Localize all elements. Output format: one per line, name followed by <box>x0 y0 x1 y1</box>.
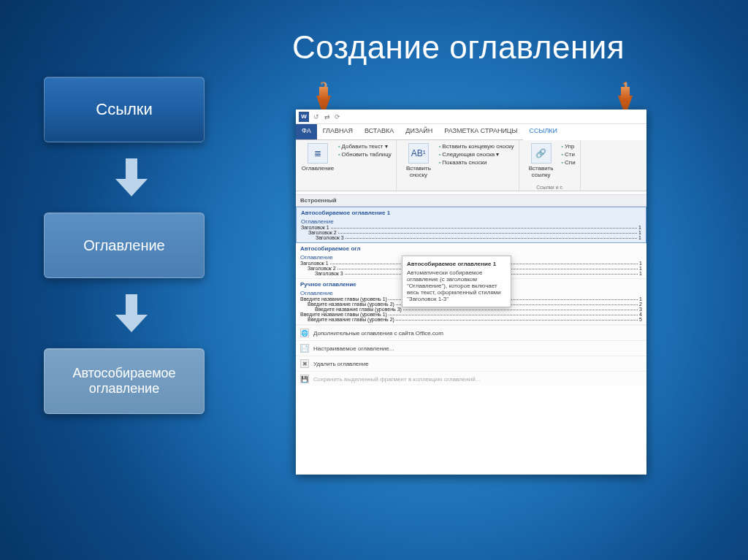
group-label-citations: Ссылки и с <box>519 185 580 190</box>
arrow-down-icon <box>115 158 148 196</box>
save-icon: 💾 <box>300 375 309 383</box>
word-titlebar: W ↺ ⇄ ⟳ <box>296 110 646 124</box>
flow-node-links: Ссылки <box>44 77 205 142</box>
word-screenshot: W ↺ ⇄ ⟳ ФА ГЛАВНАЯ ВСТАВКА ДИЗАЙН РАЗМЕТ… <box>296 110 646 475</box>
footnote-icon: AB¹ <box>408 143 429 164</box>
ribbon-tabs: ФА ГЛАВНАЯ ВСТАВКА ДИЗАЙН РАЗМЕТКА СТРАН… <box>296 124 646 140</box>
document-icon: 📄 <box>300 344 309 353</box>
gallery-item-title: Автособираемое огл <box>300 245 642 252</box>
tab-layout[interactable]: РАЗМЕТКА СТРАНИЦЫ <box>438 124 523 140</box>
delete-icon: ✖ <box>300 359 309 368</box>
gallery-more-office[interactable]: 🌐Дополнительные оглавления с сайта Offic… <box>296 325 646 340</box>
tab-insert[interactable]: ВСТАВКА <box>359 124 400 140</box>
ribbon: ≣ Оглавление Добавить текст ▾ Обновить т… <box>296 140 646 191</box>
toc-button-label: Оглавление <box>302 165 335 172</box>
insert-footnote-button[interactable]: AB¹ Вставить сноску <box>401 143 436 189</box>
quick-access-toolbar[interactable]: ↺ ⇄ ⟳ <box>313 113 342 120</box>
ribbon-group-toc: ≣ Оглавление Добавить текст ▾ Обновить т… <box>296 140 397 191</box>
word-icon: W <box>299 112 309 122</box>
tooltip-title: Автособираемое оглавление 1 <box>407 261 506 267</box>
gallery-header-builtin: Встроенный <box>296 194 646 207</box>
globe-icon: 🌐 <box>300 329 309 337</box>
insert-footnote-label: Вставить сноску <box>401 165 436 178</box>
insert-link-label: Вставить ссылку <box>524 165 559 178</box>
bibliography-button[interactable]: Спи <box>562 159 576 166</box>
manage-sources-button[interactable]: Упр <box>562 143 576 150</box>
flow-node-auto-toc: Автособираемое оглавление <box>44 348 205 414</box>
gallery-save-selection: 💾Сохранить выделенный фрагмент в коллекц… <box>296 371 646 386</box>
callout-1: 1 <box>614 79 637 112</box>
toc-icon: ≣ <box>308 143 328 164</box>
next-footnote-button[interactable]: Следующая сноска ▾ <box>439 151 514 158</box>
ribbon-group-citations: 🔗 Вставить ссылку Упр Сти Спи Ссылки и с <box>519 140 581 191</box>
tab-home[interactable]: ГЛАВНАЯ <box>317 124 359 140</box>
flow-node-toc: Оглавление <box>44 212 205 278</box>
gallery-remove-toc[interactable]: ✖Удалить оглавление <box>296 356 646 371</box>
update-table-button[interactable]: Обновить таблицу <box>338 151 392 158</box>
gallery-item-title: Автособираемое оглавление 1 <box>301 210 641 216</box>
tab-design[interactable]: ДИЗАЙН <box>400 124 438 140</box>
gallery-item-sublabel: Оглавление <box>301 218 641 225</box>
arrow-down-icon <box>115 294 148 332</box>
tooltip: Автособираемое оглавление 1 Автоматическ… <box>402 256 511 307</box>
show-footnotes-button[interactable]: Показать сноски <box>439 159 514 166</box>
gallery-item-auto1[interactable]: Автособираемое оглавление 1 Оглавление З… <box>296 207 646 243</box>
tab-references[interactable]: ССЫЛКИ <box>523 124 563 140</box>
insert-citation-button[interactable]: 🔗 Вставить ссылку <box>524 143 559 189</box>
link-icon: 🔗 <box>531 143 552 164</box>
slide-title: Создание оглавления <box>292 29 625 66</box>
smartart-flow: Ссылки Оглавление Автособираемое оглавле… <box>44 77 219 414</box>
add-text-button[interactable]: Добавить текст ▾ <box>338 143 392 150</box>
callout-2: 2 <box>312 79 335 112</box>
style-button[interactable]: Сти <box>562 151 576 158</box>
tooltip-body: Автоматически собираемое оглавление (с з… <box>407 269 506 302</box>
tab-file[interactable]: ФА <box>296 124 317 140</box>
gallery-custom-toc[interactable]: 📄Настраиваемое оглавление... <box>296 340 646 356</box>
toc-button[interactable]: ≣ Оглавление <box>300 143 335 189</box>
ribbon-group-footnotes: AB¹ Вставить сноску Вставить концевую сн… <box>397 140 519 191</box>
insert-endnote-button[interactable]: Вставить концевую сноску <box>439 143 514 150</box>
